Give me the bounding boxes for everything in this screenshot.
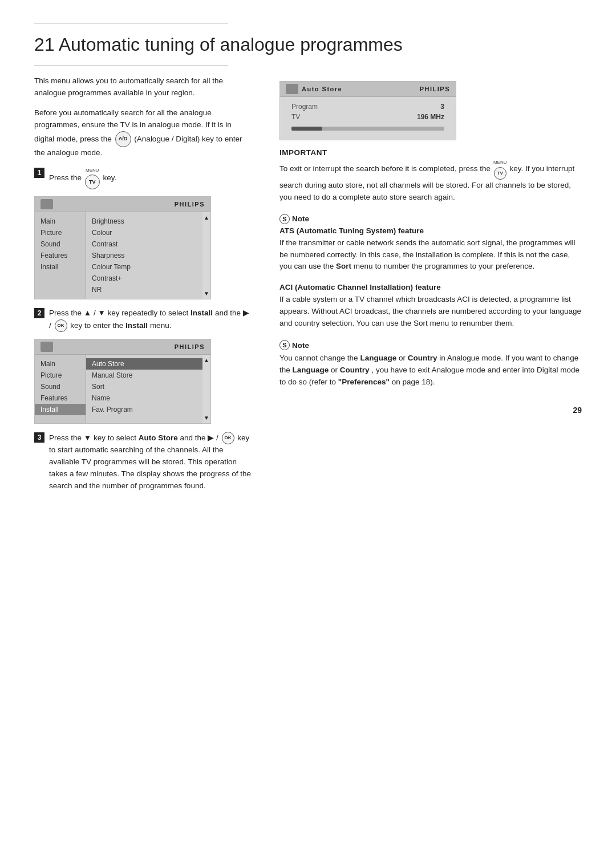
- autostore-header: Auto Store PHILIPS: [280, 82, 456, 97]
- menu-right-1: Brightness Colour Contrast Sharpness Col…: [86, 212, 202, 299]
- menu2-features: Features: [35, 392, 86, 404]
- intro-p2: Before you automatically search for all …: [34, 107, 251, 159]
- progress-bar: [291, 127, 444, 131]
- philips-icon-2: [40, 342, 53, 352]
- tv-key-2: TV: [494, 167, 506, 180]
- step-2-num: 2: [34, 308, 44, 318]
- menu2-sort: Sort: [86, 381, 202, 392]
- left-column: This menu allows you to automatically se…: [34, 75, 251, 498]
- note-ats-text: If the transmitter or cable network send…: [279, 237, 582, 273]
- menu-left-1: Main Picture Sound Features Install: [35, 212, 86, 299]
- step-1-num: 1: [34, 168, 44, 178]
- important-text: To exit or interrupt the search before i…: [279, 159, 582, 203]
- tv-key: TV: [85, 175, 100, 189]
- aci-block: ACI (Automatic Channel Installation) fea…: [279, 283, 582, 330]
- autostore-mhz-val: 196 MHz: [417, 113, 444, 121]
- top-rule: [34, 23, 228, 23]
- important-label: IMPORTANT: [279, 148, 582, 157]
- ok-key-3: OK: [222, 432, 234, 444]
- tv-key-wrapper: MENU TV: [84, 167, 101, 189]
- ok-key-2: OK: [55, 319, 67, 332]
- note-icon-2: S: [279, 340, 290, 350]
- menu-body-1: Main Picture Sound Features Install Brig…: [35, 212, 210, 299]
- page: 21 Automatic tuning of analogue programm…: [0, 0, 616, 532]
- menu-picture: Picture: [35, 227, 86, 238]
- menu-left-2: Main Picture Sound Features Install: [35, 355, 86, 423]
- autostore-icon: [286, 84, 298, 94]
- menu2-sound: Sound: [35, 381, 86, 392]
- note-2-block: S Note You cannot change the Language or…: [279, 340, 582, 388]
- section-rule: [34, 66, 228, 66]
- note-icon-1: S: [279, 214, 290, 224]
- menu2-name: Name: [86, 392, 202, 404]
- step-2: 2 Press the ▲ / ▼ key repeatedly to sele…: [34, 307, 251, 332]
- autostore-row1: Program 3: [291, 103, 444, 111]
- menu-box-1: PHILIPS Main Picture Sound Features Inst…: [34, 196, 211, 299]
- menu-install: Install: [35, 261, 86, 273]
- note-2-header: S Note: [279, 340, 582, 350]
- step-1-text: Press the MENU TV key.: [49, 167, 116, 189]
- intro-p1: This menu allows you to automatically se…: [34, 75, 251, 99]
- menu2-install-selected: Install: [35, 404, 86, 415]
- tv-key-wrapper-2: MENU TV: [493, 159, 508, 179]
- autostore-prog-label: Program: [291, 103, 318, 111]
- note-ats-header: S Note: [279, 214, 582, 224]
- right-column: Auto Store PHILIPS Program 3 TV 196 MHz: [279, 75, 582, 498]
- menu-contrast-plus: Contrast+: [86, 273, 202, 284]
- menu-main-label: Main: [35, 216, 86, 227]
- autostore-row2: TV 196 MHz: [291, 113, 444, 121]
- menu-right-2: Auto Store Manual Store Sort Name Fav. P…: [86, 355, 202, 423]
- note-label-1: Note: [292, 214, 309, 223]
- philips-brand-2: PHILIPS: [175, 343, 205, 350]
- menu-brightness: Brightness: [86, 216, 202, 227]
- step-2-text: Press the ▲ / ▼ key repeatedly to select…: [49, 307, 251, 332]
- menu2-main-label: Main: [35, 358, 86, 370]
- menu-header-2: PHILIPS: [35, 339, 210, 355]
- philips-icon-1: [40, 199, 53, 209]
- menu2-autostore: Auto Store: [86, 358, 202, 370]
- progress-bar-fill: [291, 127, 322, 131]
- step-3-num: 3: [34, 432, 44, 443]
- menu-sound: Sound: [35, 238, 86, 250]
- menu-colour: Colour: [86, 227, 202, 238]
- menu-header-1: PHILIPS: [35, 197, 210, 212]
- note-ats-subheader: ATS (Automatic Tuning System) feature: [279, 226, 582, 235]
- note-label-2: Note: [292, 341, 309, 350]
- chapter-title: 21 Automatic tuning of analogue programm…: [34, 34, 582, 55]
- menu-body-2: Main Picture Sound Features Install Auto…: [35, 355, 210, 423]
- page-layout: This menu allows you to automatically se…: [34, 75, 582, 498]
- ad-key: A/D: [115, 131, 131, 147]
- autostore-tv-label: TV: [291, 113, 300, 121]
- autostore-body: Program 3 TV 196 MHz: [280, 97, 456, 140]
- autostore-prog-val: 3: [440, 103, 444, 111]
- note-2-text: You cannot change the Language or Countr…: [279, 352, 582, 388]
- autostore-title: Auto Store: [302, 86, 342, 92]
- scroll-2: ▲ ▼: [202, 355, 210, 423]
- menu2-picture: Picture: [35, 370, 86, 381]
- page-number: 29: [279, 406, 582, 415]
- aci-header: ACI (Automatic Channel Installation) fea…: [279, 283, 582, 291]
- menu2-manualstore: Manual Store: [86, 370, 202, 381]
- scroll-1: ▲ ▼: [202, 212, 210, 299]
- menu2-fav: Fav. Program: [86, 404, 202, 415]
- step-3: 3 Press the ▼ key to select Auto Store a…: [34, 432, 251, 492]
- important-block: IMPORTANT To exit or interrupt the searc…: [279, 148, 582, 203]
- autostore-brand: PHILIPS: [420, 86, 450, 92]
- menu-features: Features: [35, 250, 86, 261]
- step-1: 1 Press the MENU TV key.: [34, 167, 251, 189]
- note-ats-block: S Note ATS (Automatic Tuning System) fea…: [279, 214, 582, 273]
- step-3-text: Press the ▼ key to select Auto Store and…: [49, 432, 251, 492]
- menu-nr: NR: [86, 284, 202, 295]
- menu-sharpness: Sharpness: [86, 250, 202, 261]
- menu-colour-temp: Colour Temp: [86, 261, 202, 273]
- menu-contrast: Contrast: [86, 238, 202, 250]
- autostore-box: Auto Store PHILIPS Program 3 TV 196 MHz: [279, 81, 456, 140]
- philips-brand-1: PHILIPS: [175, 201, 205, 208]
- aci-text: If a cable system or a TV channel which …: [279, 294, 582, 330]
- menu-box-2: PHILIPS Main Picture Sound Features Inst…: [34, 339, 211, 424]
